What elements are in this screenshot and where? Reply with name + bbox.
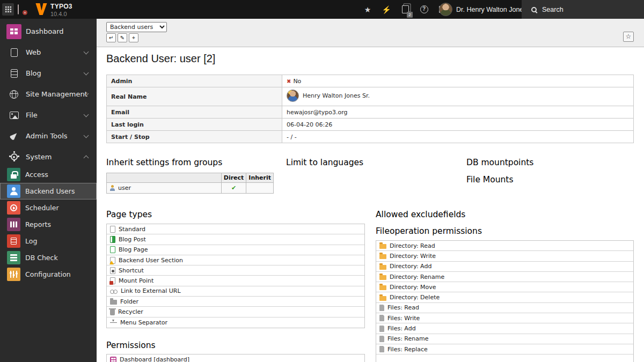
disabled-badge-icon <box>23 10 27 15</box>
topbar: TYPO3 10.4.0 ★ ⚡ 2 ? Dr. Henry Walton Jo… <box>0 0 644 19</box>
list-item[interactable]: Dashboard [dashboard] <box>107 354 364 362</box>
clear-cache-button[interactable]: ⚡ <box>379 0 393 19</box>
list-item[interactable]: Directory: Move <box>376 282 633 292</box>
sidebar-item-site-management[interactable]: Site Management <box>0 84 97 105</box>
table-row: Direct Inherit <box>107 173 274 183</box>
list-item[interactable]: Blog Post <box>107 234 364 245</box>
list-item-label: Dashboard [dashboard] <box>120 356 189 362</box>
sidebar-item-admin-tools[interactable]: Admin Tools <box>0 125 97 146</box>
module-menu-toggle-button[interactable] <box>2 3 14 16</box>
sidebar-item-reports[interactable]: Reports <box>0 216 97 233</box>
file-icon <box>379 326 384 332</box>
sidebar-item-label: Backend Users <box>25 187 75 195</box>
list-item[interactable]: Directory: Read <box>376 241 633 251</box>
user-photo-avatar <box>287 90 299 102</box>
list-item-label: Directory: Write <box>390 253 436 260</box>
list-item[interactable]: Standard <box>107 224 364 234</box>
list-item[interactable]: Link to External URL <box>107 286 364 297</box>
sidebar-item-log[interactable]: Log <box>0 233 97 249</box>
user-avatar <box>439 3 452 16</box>
groups-col-inherit: Inherit <box>246 173 274 183</box>
list-item[interactable]: Directory: Delete <box>376 292 633 302</box>
search-button[interactable]: Search <box>522 0 644 19</box>
list-item[interactable]: Folder <box>107 297 364 307</box>
sidebar-item-scheduler[interactable]: Scheduler <box>0 200 97 216</box>
list-item[interactable] <box>376 354 633 362</box>
opened-documents-button[interactable]: 2 <box>398 0 412 19</box>
sidebar-item-label: Reports <box>25 220 51 228</box>
list-item[interactable]: Shortcut <box>107 265 364 276</box>
topbar-toolbar: ★ ⚡ 2 ? <box>361 0 450 19</box>
help-button[interactable]: ? <box>417 0 431 19</box>
typo3-backend-window: TYPO3 10.4.0 ★ ⚡ 2 ? Dr. Henry Walton Jo… <box>0 0 644 362</box>
list-item[interactable]: Directory: Add <box>376 262 633 272</box>
group-name: user <box>118 184 131 191</box>
list-item[interactable]: Mount Point <box>107 276 364 286</box>
sidebar-item-access[interactable]: Access <box>0 166 97 183</box>
sidebar-item-configuration[interactable]: Configuration <box>0 266 97 283</box>
table-row: Admin ✖No <box>107 75 634 87</box>
brand-block: TYPO3 10.4.0 <box>50 3 72 17</box>
list-item[interactable]: Files: Write <box>376 313 633 323</box>
directory-icon <box>379 254 386 259</box>
table-row: Start / Stop - / - <box>107 131 634 143</box>
list-item[interactable]: Backend User Section <box>107 255 364 265</box>
list-item[interactable]: Files: Rename <box>376 334 633 344</box>
apps-grid-icon <box>5 6 12 13</box>
sidebar-item-label: Admin Tools <box>26 132 68 140</box>
clock-play-icon <box>7 201 20 215</box>
directory-icon <box>379 296 386 301</box>
info-value: - / - <box>282 131 634 143</box>
pagetree-icon <box>18 4 19 14</box>
chevron-up-icon <box>84 155 89 160</box>
add-button[interactable]: + <box>129 33 138 42</box>
sidebar-item-label: Log <box>25 237 37 245</box>
list-item[interactable]: Files: Read <box>376 303 633 313</box>
typo3-logo-icon[interactable] <box>35 3 47 15</box>
info-value: ✖No <box>282 75 634 87</box>
groups-table: Direct Inherit user ✔ <box>106 173 274 194</box>
list-item-label: Files: Replace <box>387 346 428 353</box>
module-function-select[interactable]: Backend users <box>106 22 167 32</box>
user-icon <box>7 184 20 198</box>
info-label: Start / Stop <box>107 131 282 143</box>
list-item[interactable]: Directory: Rename <box>376 272 633 282</box>
sidebar-item-dashboard[interactable]: Dashboard <box>0 21 97 42</box>
cross-icon: ✖ <box>287 78 291 84</box>
list-item[interactable]: Recycler <box>107 307 364 317</box>
sliders-icon <box>7 268 20 281</box>
list-item-label: Directory: Delete <box>390 294 440 301</box>
blog-icon <box>6 66 21 81</box>
sidebar-item-backend-users[interactable]: Backend Users <box>0 183 97 200</box>
limit-languages-heading: Limit to languages <box>286 158 363 167</box>
image-icon <box>6 108 21 123</box>
sidebar-item-system[interactable]: System <box>0 146 97 167</box>
list-item[interactable]: Directory: Write <box>376 251 633 261</box>
back-button[interactable]: ↵ <box>106 33 116 42</box>
info-value: 06-04-20 06:26 <box>282 119 634 131</box>
bookmark-button[interactable]: ☆ <box>623 32 634 42</box>
fileoperation-list: Directory: Read Directory: Write Directo… <box>376 240 634 362</box>
sidebar-item-db-check[interactable]: DB Check <box>0 249 97 266</box>
lock-icon <box>7 168 20 181</box>
brand-name: TYPO3 <box>50 3 72 10</box>
recycler-trash-icon <box>110 309 115 315</box>
globe-icon <box>6 87 21 102</box>
info-label: Admin <box>107 75 282 87</box>
table-row: Last login 06-04-20 06:26 <box>107 119 634 131</box>
list-item-label: Blog Page <box>119 246 148 253</box>
sidebar-item-blog[interactable]: Blog <box>0 63 97 84</box>
sidebar-item-file[interactable]: File <box>0 105 97 125</box>
bookmarks-button[interactable]: ★ <box>361 0 375 19</box>
edit-button[interactable]: ✎ <box>118 33 127 42</box>
list-item[interactable]: Blog Page <box>107 245 364 255</box>
list-item[interactable]: Files: Replace <box>376 344 633 354</box>
pagetree-toggle-button[interactable] <box>18 5 26 14</box>
list-item-label: Link to External URL <box>121 287 181 294</box>
list-item[interactable]: Menu Separator <box>107 317 364 328</box>
sidebar-item-web[interactable]: Web <box>0 42 97 63</box>
info-value: Henry Walton Jones Sr. <box>282 87 634 106</box>
sidebar-item-label: Web <box>26 48 41 56</box>
db-mountpoints-heading: DB mountpoints <box>466 158 533 167</box>
list-item[interactable]: Files: Add <box>376 323 633 334</box>
